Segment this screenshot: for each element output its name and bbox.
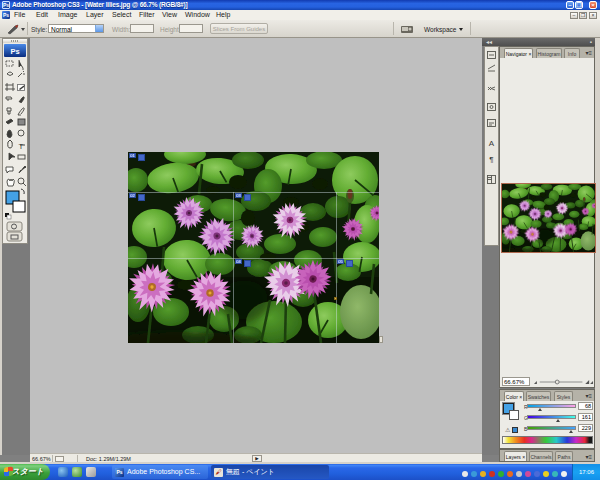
svg-text:T: T — [19, 142, 24, 151]
svg-text:¶: ¶ — [489, 155, 493, 164]
svg-text:Ps: Ps — [10, 47, 19, 56]
svg-text:A: A — [489, 139, 495, 148]
